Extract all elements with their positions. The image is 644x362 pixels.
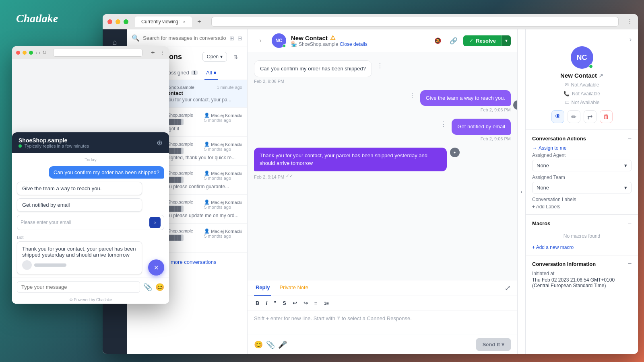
assigned-agent-select[interactable]: None ▾ (532, 160, 632, 171)
widget-shop-name: ShoeShop.sample (19, 137, 89, 144)
toolbar-list-ul[interactable]: ≡ (313, 299, 319, 307)
chat-header-actions: 🔕 🔗 ✓ Resolve ▾ (431, 34, 511, 47)
widget-emoji-icon[interactable]: 😊 (155, 283, 164, 292)
conv-controls: Open ▾ ⇅ (202, 50, 242, 63)
msg-row-1: Can you confirm my order has been shippe… (254, 60, 511, 84)
reply-input[interactable]: Shift + enter for new line. Start with '… (248, 311, 517, 335)
widget-refresh-icon[interactable]: ↻ (42, 49, 47, 56)
conv-actions-collapse[interactable]: − (628, 135, 632, 142)
mute-icon[interactable]: 🔕 (431, 34, 444, 47)
chat-online-dot (283, 44, 286, 47)
widget-message-input[interactable] (17, 281, 140, 293)
msg-4: Thank you for your contact, your parcel … (254, 148, 447, 179)
contact-edit-btn[interactable]: ✏ (568, 110, 580, 123)
widget-forward-icon[interactable]: › (39, 49, 40, 56)
msg-bubble-2: Give the team a way to reach you. (420, 90, 511, 106)
widget-header: ShoeShop.sample Typically replies in a f… (12, 132, 169, 153)
msg-action-3[interactable]: ⋮ (439, 119, 448, 130)
msg-action-1[interactable]: ⋮ (375, 60, 385, 71)
widget-email-send-btn[interactable]: › (149, 217, 161, 228)
filter-open-btn[interactable]: Open ▾ (202, 52, 227, 62)
assigned-agent-label: Assigned Agent (532, 152, 632, 158)
toolbar-undo[interactable]: ↩ (291, 299, 299, 307)
new-tab-btn[interactable]: + (195, 18, 203, 26)
eye-icon: 👁 (555, 113, 561, 120)
assign-to-me-link[interactable]: → Assign to me (532, 145, 632, 151)
msg-action-2[interactable]: ⋮ (407, 90, 417, 101)
contact-delete-btn[interactable]: 🗑 (600, 110, 613, 123)
resolve-btn[interactable]: ✓ Resolve (463, 35, 502, 46)
send-btn[interactable]: Send It ▾ (476, 338, 511, 351)
toolbar-italic[interactable]: I (264, 299, 269, 307)
toolbar-bold[interactable]: B (254, 299, 261, 307)
main-browser-tab[interactable]: Currently viewing: × (135, 16, 192, 27)
widget-attach-icon[interactable]: 📎 (143, 283, 152, 292)
sidebar-toggle-icon[interactable]: › (254, 34, 267, 47)
toolbar-quote[interactable]: " (272, 299, 278, 307)
widget-new-conv-icon[interactable]: ⊕ (157, 138, 163, 147)
contact-email: ✉ Not Available (565, 82, 599, 88)
conv-info-collapse[interactable]: − (628, 260, 632, 267)
expand-icon[interactable]: › (630, 36, 632, 43)
contact-merge-btn[interactable]: ⇄ (584, 110, 597, 123)
widget-bot-response: Thank you for your contact, your parcel … (12, 241, 169, 278)
msg-side-4: ● (450, 148, 460, 157)
link-icon[interactable]: 🔗 (447, 34, 460, 47)
conv-labels-label: Conversation Labels (532, 197, 632, 202)
widget-msg-system2: Get notified by email (17, 198, 164, 212)
browser-menu[interactable]: ⋮ (627, 18, 633, 25)
contact-link-icon[interactable]: ↗ (599, 72, 603, 79)
main-minimize-dot[interactable] (116, 19, 120, 24)
assigned-team-select[interactable]: None ▾ (532, 182, 632, 193)
widget-close-btn[interactable]: × (148, 259, 164, 276)
main-close-dot[interactable] (107, 19, 112, 24)
widget-close-dot[interactable] (16, 51, 20, 55)
widget-new-tab[interactable]: + (149, 49, 157, 57)
send-icon: ▾ (502, 341, 504, 348)
reply-footer: 😊 📎 🎤 Send It ▾ (248, 335, 517, 354)
sort-icon[interactable]: ⇅ (229, 50, 242, 63)
tab-close[interactable]: × (183, 19, 185, 24)
toolbar-list-ol[interactable]: 1≡ (322, 300, 330, 306)
resolve-btn-group: ✓ Resolve ▾ (463, 35, 511, 46)
tab-all[interactable]: All (204, 66, 217, 80)
chat-header: › NC New Contact ⚠ 🏪 ShoeShop.sample Clo… (248, 29, 517, 52)
attach-icon[interactable]: 📎 (266, 340, 275, 349)
reply-tab-note[interactable]: Private Note (278, 280, 310, 296)
emoji-icon[interactable]: 😊 (254, 340, 263, 349)
audio-icon[interactable]: 🎤 (278, 340, 287, 349)
reply-expand-btn[interactable]: ⤢ (505, 280, 511, 296)
main-maximize-dot[interactable] (124, 19, 128, 24)
search-icon: 🔍 (132, 34, 140, 42)
widget-back-icon[interactable]: ‹ (35, 49, 37, 56)
widget-menu-dots[interactable]: ⋮ (159, 49, 165, 56)
conv-info-section: Conversation Information − Initiated at … (526, 255, 638, 293)
resolve-dropdown-btn[interactable]: ▾ (502, 35, 511, 46)
contact-online-dot (589, 64, 593, 68)
add-labels-btn[interactable]: + Add Labels (532, 204, 632, 210)
right-sidebar-toggle[interactable]: › (517, 29, 525, 354)
reply-tab-reply[interactable]: Reply (254, 280, 271, 296)
contact-card: › NC New Contact ↗ ✉ Not Available 📞 Not… (526, 29, 638, 130)
contact-phone: 📞 Not Available (564, 91, 600, 97)
agent-icon-4: 👤 (204, 171, 210, 176)
toolbar-redo[interactable]: ↪ (302, 299, 310, 307)
tab-all-dot (214, 72, 216, 74)
widget-minimize-dot[interactable] (23, 51, 27, 55)
add-macro-btn[interactable]: + Add a new macro (532, 245, 632, 250)
conv-time-2: 5 months ago (204, 118, 242, 123)
close-details-link[interactable]: Close details (340, 41, 367, 47)
widget-maximize-dot[interactable] (29, 51, 33, 55)
widget-powered-by: ⚙ Powered by Chatlake (12, 296, 169, 304)
conversation-actions-section: Conversation Actions − → Assign to me As… (526, 130, 638, 215)
url-bar[interactable] (211, 17, 619, 27)
conv-time-6: 5 months ago (204, 234, 242, 239)
macros-collapse[interactable]: − (628, 220, 632, 227)
agent-icon-3: 👤 (204, 142, 210, 147)
msg-row-2: ⋮ Give the team a way to reach you. Feb … (254, 90, 511, 113)
search-input[interactable] (143, 35, 226, 41)
contact-view-btn[interactable]: 👁 (551, 110, 564, 123)
toolbar-strikethrough[interactable]: S (281, 299, 288, 307)
msg-time-3: Feb 2, 9:06 PM (481, 136, 511, 141)
contact-avatar: NC (571, 46, 593, 69)
